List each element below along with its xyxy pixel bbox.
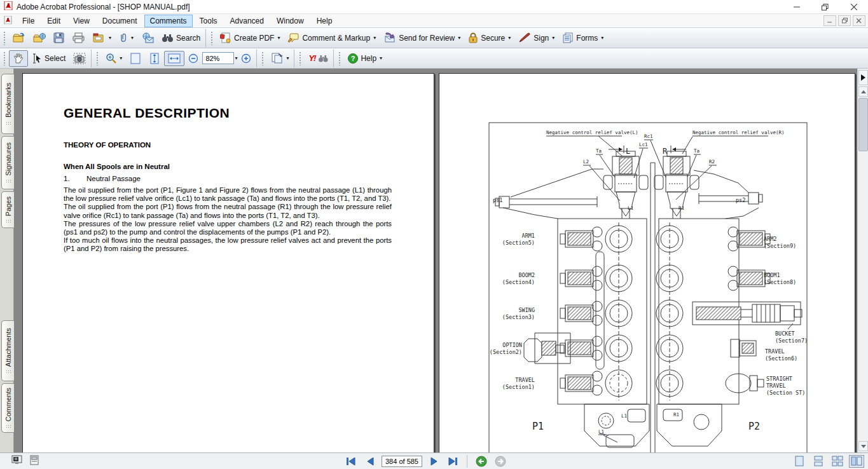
previous-page-button[interactable] — [362, 455, 378, 468]
doc-restore-button[interactable] — [838, 15, 851, 26]
menu-view[interactable]: View — [67, 15, 95, 27]
dropdown-arrow-icon: ▾ — [601, 35, 603, 41]
binoculars-icon — [162, 33, 174, 43]
create-pdf-icon — [220, 32, 231, 43]
toolbar-grip[interactable] — [3, 51, 6, 65]
menu-tools[interactable]: Tools — [194, 15, 223, 27]
vertical-scrollbar — [857, 69, 868, 452]
snapshot-tool-button[interactable] — [69, 50, 90, 67]
continuous-facing-layout-button[interactable] — [830, 455, 845, 468]
attach-button[interactable]: ▾ — [115, 30, 137, 46]
zoom-tool-button[interactable]: ▾ — [102, 50, 126, 66]
close-button[interactable] — [839, 0, 868, 14]
menu-file[interactable]: File — [17, 15, 40, 27]
next-page-button[interactable] — [426, 455, 441, 468]
single-page-layout-button[interactable] — [792, 455, 807, 468]
scroll-down-button[interactable] — [858, 441, 868, 451]
menu-document[interactable]: Document — [97, 15, 143, 27]
fit-width-icon — [168, 53, 181, 64]
menu-help[interactable]: Help — [311, 15, 338, 27]
paperclip-icon — [119, 32, 128, 43]
toolbar-grip[interactable] — [338, 51, 341, 65]
tab-signatures-label: Signatures — [4, 142, 12, 176]
email-button[interactable] — [137, 30, 158, 46]
help-button[interactable]: ? Help ▾ — [344, 51, 386, 66]
select-tool-button[interactable]: Select — [28, 51, 69, 66]
open-button[interactable] — [9, 30, 29, 46]
status-bar — [0, 452, 868, 469]
menu-advanced[interactable]: Advanced — [224, 15, 270, 27]
label-straight-sec: (Section ST) — [766, 390, 805, 396]
label-l-port: L — [626, 147, 630, 156]
minimize-button[interactable] — [782, 0, 811, 14]
toolbar-grip[interactable] — [299, 51, 302, 65]
create-pdf-button[interactable]: Create PDF ▾ — [216, 30, 284, 46]
workspace: Bookmarks Signatures Pages Attachments C… — [0, 69, 868, 452]
open-folder-icon — [13, 32, 25, 43]
label-boom1-sec: (Section8) — [764, 279, 796, 285]
menu-comments[interactable]: Comments — [144, 15, 193, 27]
label-l1-low: L1 — [598, 429, 604, 435]
tab-signatures[interactable]: Signatures — [1, 136, 14, 189]
file-toolbar: ▾ ▾ Search Create PDF ▾ Comment & Markup… — [0, 28, 868, 48]
tab-comments[interactable]: Comments — [1, 383, 14, 433]
previous-view-button[interactable] — [474, 455, 489, 468]
tab-bookmarks[interactable]: Bookmarks — [1, 74, 14, 134]
hide-pane-button[interactable] — [858, 70, 868, 85]
zoom-level-input[interactable] — [202, 52, 234, 64]
print-button[interactable] — [69, 30, 89, 46]
toolbar-grip[interactable] — [210, 31, 214, 45]
magnifier-plus-icon — [106, 53, 116, 64]
restore-button[interactable] — [811, 0, 839, 14]
menu-edit[interactable]: Edit — [41, 15, 66, 27]
last-page-button[interactable] — [445, 455, 460, 468]
select-label: Select — [45, 54, 65, 63]
sign-button[interactable]: Sign ▾ — [514, 30, 558, 46]
zoom-in-button[interactable] — [237, 51, 255, 66]
scrollbar-thumb[interactable] — [858, 98, 868, 151]
continuous-layout-button[interactable] — [811, 455, 826, 468]
comment-markup-button[interactable]: Comment & Markup ▾ — [284, 30, 380, 46]
search-button[interactable]: Search — [158, 31, 204, 45]
tab-pages[interactable]: Pages — [1, 191, 14, 228]
fit-page-button[interactable] — [126, 50, 145, 67]
dropdown-arrow-icon: ▾ — [380, 55, 382, 61]
doc-close-button[interactable] — [853, 15, 865, 26]
create-pdf-label: Create PDF — [234, 34, 274, 43]
reading-mode-icon[interactable] — [11, 455, 23, 467]
lock-icon — [468, 32, 478, 43]
open-web-page-button[interactable] — [29, 30, 50, 46]
toolbar-grip[interactable] — [96, 51, 99, 65]
send-for-review-button[interactable]: Send for Review ▾ — [380, 30, 464, 46]
sub-heading: When All Spools are in Neutral — [64, 163, 170, 170]
toolbar-separator — [294, 50, 294, 67]
toolbar-separator — [91, 50, 92, 67]
help-label: Help — [361, 54, 376, 63]
save-button[interactable] — [50, 30, 69, 46]
label-rc1: Rc1 — [644, 133, 653, 139]
hand-tool-button[interactable] — [9, 50, 28, 67]
toolbar-grip[interactable] — [3, 31, 6, 45]
forms-button[interactable]: Forms ▾ — [558, 30, 607, 46]
zoom-out-icon — [188, 53, 198, 64]
organizer-button[interactable]: ▾ — [89, 30, 115, 46]
scroll-up-button[interactable] — [858, 86, 868, 97]
search-label: Search — [176, 34, 200, 43]
yahoo-search-button[interactable]: Y! — [305, 51, 332, 65]
fit-height-button[interactable] — [145, 50, 164, 67]
menu-window[interactable]: Window — [271, 15, 310, 27]
fit-width-button[interactable] — [164, 51, 184, 66]
first-page-button[interactable] — [343, 455, 359, 468]
zoom-out-button[interactable] — [184, 51, 202, 66]
page-number-input[interactable] — [382, 456, 422, 467]
tab-bookmarks-label: Bookmarks — [4, 83, 12, 118]
secure-button[interactable]: Secure ▾ — [464, 30, 514, 46]
document-status-icon[interactable] — [29, 455, 39, 467]
tab-attachments[interactable]: Attachments — [1, 320, 14, 381]
page-display-button[interactable]: ▾ — [267, 50, 293, 66]
next-view-button[interactable] — [493, 455, 508, 468]
facing-layout-button[interactable] — [849, 455, 864, 468]
toolbar-separator — [333, 50, 334, 67]
toolbar-grip[interactable] — [261, 51, 265, 65]
doc-minimize-button[interactable] — [823, 15, 836, 26]
